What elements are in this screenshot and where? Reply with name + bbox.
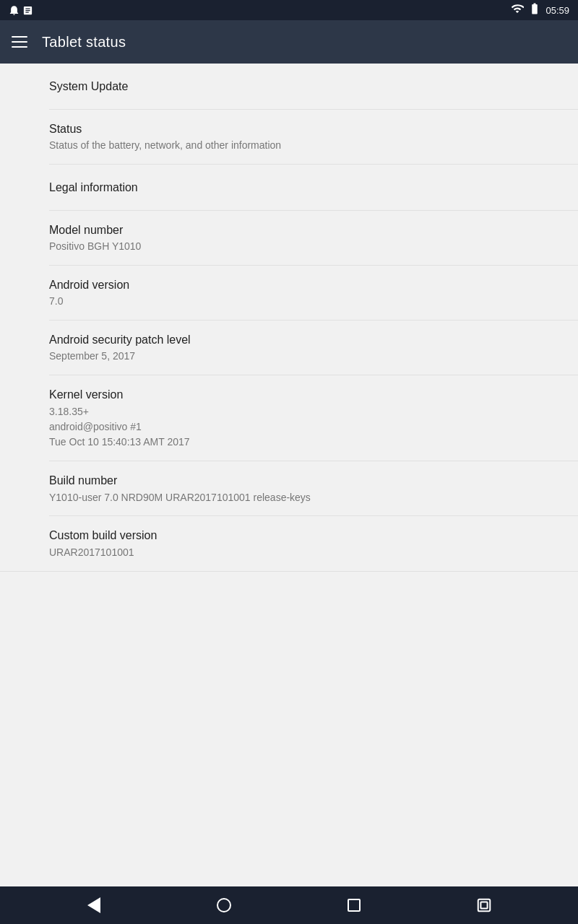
item-title-legal-information: Legal information: [49, 180, 529, 196]
nav-home-button[interactable]: [206, 887, 242, 923]
nav-bar: [0, 886, 578, 924]
item-title-kernel-version: Kernel version: [49, 387, 529, 403]
kernel-line-3: Tue Oct 10 15:40:13 AMT 2017: [49, 435, 529, 450]
item-title-custom-build-version: Custom build version: [49, 528, 529, 544]
item-subtitle-status: Status of the battery, network, and othe…: [49, 139, 529, 153]
list-item-custom-build-version[interactable]: Custom build version URAR2017101001: [0, 516, 578, 572]
item-subtitle-android-version: 7.0: [49, 295, 529, 309]
status-bar: 05:59: [0, 0, 578, 20]
hamburger-line-1: [12, 36, 27, 38]
item-title-model-number: Model number: [49, 222, 529, 238]
kernel-line-1: 3.18.35+: [49, 404, 529, 419]
list-item-android-security-patch[interactable]: Android security patch level September 5…: [0, 321, 578, 375]
hamburger-menu-button[interactable]: [12, 36, 27, 48]
list-item-android-version[interactable]: Android version 7.0: [0, 266, 578, 321]
svg-rect-1: [480, 902, 487, 908]
notification-icon-1: [9, 5, 20, 16]
list-item-kernel-version[interactable]: Kernel version 3.18.35+ android@positivo…: [0, 375, 578, 461]
item-title-android-security-patch: Android security patch level: [49, 332, 529, 348]
item-title-build-number: Build number: [49, 473, 529, 489]
recents-icon: [348, 899, 361, 912]
screenshot-icon: [476, 897, 492, 913]
hamburger-line-2: [12, 41, 27, 43]
list-item-system-update[interactable]: System Update: [0, 64, 578, 110]
item-subtitle-build-number: Y1010-user 7.0 NRD90M URAR2017101001 rel…: [49, 491, 529, 505]
notification-icon-2: [22, 5, 33, 16]
item-subtitle-android-security-patch: September 5, 2017: [49, 349, 529, 364]
wifi-icon: [511, 2, 524, 18]
hamburger-line-3: [12, 46, 27, 48]
nav-screenshot-button[interactable]: [466, 887, 502, 923]
app-bar: Tablet status: [0, 20, 578, 64]
content-area: System Update Status Status of the batte…: [0, 64, 578, 886]
battery-icon: [528, 2, 541, 18]
item-title-status: Status: [49, 121, 529, 137]
list-item-legal-information[interactable]: Legal information: [0, 165, 578, 211]
nav-recents-button[interactable]: [336, 887, 372, 923]
nav-back-button[interactable]: [76, 887, 112, 923]
kernel-line-2: android@positivo #1: [49, 419, 529, 435]
item-title-android-version: Android version: [49, 277, 529, 293]
back-icon: [87, 897, 100, 913]
item-subtitle-model-number: Positivo BGH Y1010: [49, 240, 529, 254]
home-icon: [217, 898, 231, 912]
list-item-status[interactable]: Status Status of the battery, network, a…: [0, 110, 578, 165]
item-title-system-update: System Update: [49, 79, 529, 95]
page-title: Tablet status: [42, 34, 126, 51]
list-item-build-number[interactable]: Build number Y1010-user 7.0 NRD90M URAR2…: [0, 461, 578, 516]
svg-rect-0: [478, 899, 491, 912]
item-subtitle-custom-build-version: URAR2017101001: [49, 546, 529, 560]
item-subtitle-kernel-version: 3.18.35+ android@positivo #1 Tue Oct 10 …: [49, 404, 529, 450]
status-icons: 05:59: [511, 2, 569, 18]
notification-icons: [9, 5, 33, 16]
list-item-model-number[interactable]: Model number Positivo BGH Y1010: [0, 211, 578, 266]
status-time: 05:59: [545, 5, 569, 16]
